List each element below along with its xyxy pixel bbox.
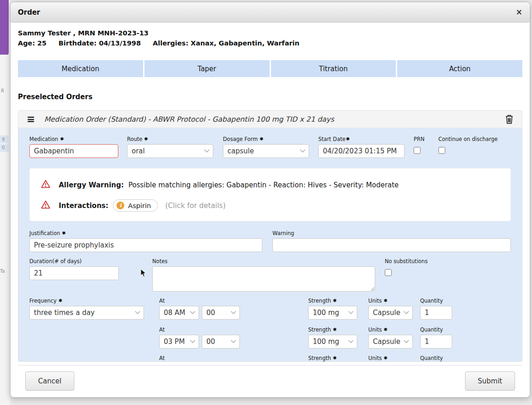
chevron-down-icon xyxy=(204,147,209,152)
patient-age: Age: 25 xyxy=(18,38,46,48)
patient-name-mrn: Sammy Tester , MRN MNH-2023-13 xyxy=(18,28,522,38)
at-minute-select[interactable]: 00 xyxy=(202,306,240,320)
delete-order-icon[interactable] xyxy=(505,114,514,124)
chevron-down-icon xyxy=(300,147,305,152)
chevron-down-icon xyxy=(190,338,195,343)
background-purple-panel xyxy=(0,0,9,55)
frequency-label: Frequency✱ xyxy=(29,297,144,304)
order-type-tabs: Medication Taper Titration Action xyxy=(18,60,522,77)
duration-input[interactable] xyxy=(29,266,119,280)
order-dialog: Order × Sammy Tester , MRN MNH-2023-13 A… xyxy=(10,2,530,398)
continue-on-discharge-label: Continue on discharge xyxy=(438,135,511,143)
warnings-panel: Allergy Warning: Possible matching aller… xyxy=(29,168,511,221)
justification-label: Justification✱ xyxy=(29,230,262,237)
strength-label: Strength✱ xyxy=(308,297,357,304)
allergy-warning-text: Possible matching allergies: Gabapentin … xyxy=(128,181,399,189)
justification-row: Justification✱ Warning xyxy=(29,230,511,252)
strength-label: Strength✱ xyxy=(308,326,357,333)
order-form: Medication✱ Route✱ oral Dosage Form✱ cap… xyxy=(18,128,522,361)
continue-on-discharge-checkbox[interactable] xyxy=(438,147,445,154)
at-label: At xyxy=(159,326,240,333)
justification-input[interactable] xyxy=(29,238,262,252)
quantity-label: Quantity xyxy=(420,326,452,333)
chevron-down-icon xyxy=(135,309,140,314)
units-label: Units✱ xyxy=(368,326,413,333)
close-icon[interactable]: × xyxy=(516,8,522,16)
dosage-form-label: Dosage Form✱ xyxy=(223,135,309,143)
at-label: At xyxy=(159,354,240,361)
schedule-row: At Strength✱ Units✱ xyxy=(29,354,511,361)
interactions-label: Interactions: xyxy=(59,202,108,210)
units-select[interactable]: Capsule xyxy=(368,335,413,349)
chevron-down-icon xyxy=(231,338,236,343)
interaction-drug-name: Aspirin xyxy=(128,202,151,209)
frequency-select[interactable]: three times a day xyxy=(29,306,144,320)
warning-triangle-icon xyxy=(41,180,50,190)
no-substitutions-label: No substitutions xyxy=(385,258,427,265)
strength-label: Strength✱ xyxy=(308,354,357,361)
submit-button[interactable]: Submit xyxy=(465,371,515,391)
chevron-down-icon xyxy=(404,338,409,343)
chevron-down-icon xyxy=(404,309,409,314)
primary-fields-row: Medication✱ Route✱ oral Dosage Form✱ cap… xyxy=(29,135,511,158)
quantity-label: Quantity xyxy=(420,297,452,304)
strength-select[interactable]: 100 mg xyxy=(308,306,357,320)
strength-select[interactable]: 100 mg xyxy=(308,335,357,349)
dialog-titlebar: Order × xyxy=(11,2,530,22)
warning-triangle-icon xyxy=(41,200,50,211)
at-label: At xyxy=(159,297,240,304)
order-card-header: ≡ Medication Order (Standard) - ABWR Pro… xyxy=(18,111,522,128)
at-minute-select[interactable]: 00 xyxy=(202,335,240,349)
schedule-row: Frequency✱ three times a day At 08 AM 00… xyxy=(29,297,511,320)
route-select[interactable]: oral xyxy=(127,144,213,158)
info-icon: i xyxy=(116,202,124,209)
interaction-drug-button[interactable]: i Aspirin xyxy=(113,199,158,212)
dosage-form-select[interactable]: capsule xyxy=(223,144,309,158)
duration-label: Duration(# of days) xyxy=(29,258,119,265)
start-date-input[interactable] xyxy=(318,144,405,158)
units-label: Units✱ xyxy=(368,354,413,361)
drag-handle-icon[interactable]: ≡ xyxy=(27,114,35,124)
at-hour-select[interactable]: 03 PM xyxy=(159,335,199,349)
tab-taper[interactable]: Taper xyxy=(144,60,270,77)
no-substitutions-checkbox[interactable] xyxy=(385,269,392,276)
tab-medication[interactable]: Medication xyxy=(18,60,143,77)
quantity-input[interactable] xyxy=(420,335,452,349)
allergy-warning-row: Allergy Warning: Possible matching aller… xyxy=(41,180,499,190)
order-card-title: Medication Order (Standard) - ABWR Proto… xyxy=(44,115,334,124)
tab-titration[interactable]: Titration xyxy=(271,60,396,77)
medication-input[interactable] xyxy=(29,144,118,158)
at-hour-select[interactable]: 08 AM xyxy=(159,306,199,320)
background-text-fragment: 9 xyxy=(2,137,5,142)
prn-checkbox[interactable] xyxy=(414,147,421,154)
duration-row: Duration(# of days) Notes No substitutio… xyxy=(29,258,511,292)
route-label: Route✱ xyxy=(127,135,213,143)
background-text-fragment: 0 xyxy=(2,145,5,150)
quantity-label: Quantity xyxy=(420,354,452,361)
patient-demographics: Age: 25 Birthdate: 04/13/1998 Allergies:… xyxy=(18,38,522,48)
allergy-warning-label: Allergy Warning: xyxy=(59,181,124,189)
quantity-input[interactable] xyxy=(420,306,452,320)
chevron-down-icon xyxy=(190,309,195,314)
notes-label: Notes xyxy=(152,258,375,265)
tab-action[interactable]: Action xyxy=(397,60,522,77)
interactions-hint: (Click for details) xyxy=(165,202,226,210)
schedule-row: At 03 PM 00 Strength✱ 100 mg Units✱ Caps… xyxy=(29,326,511,349)
notes-textarea[interactable] xyxy=(152,266,375,292)
interactions-row: Interactions: i Aspirin (Click for detai… xyxy=(41,199,499,212)
medication-label: Medication✱ xyxy=(29,135,118,143)
preselected-orders-heading: Preselected Orders xyxy=(18,93,522,101)
background-text-fragment: R xyxy=(1,88,4,93)
chevron-down-icon xyxy=(231,309,236,314)
background-page: R 9 0 Ta xyxy=(0,0,10,405)
units-select[interactable]: Capsule xyxy=(368,306,413,320)
background-text-fragment: Ta xyxy=(0,269,5,274)
cancel-button[interactable]: Cancel xyxy=(25,371,74,391)
dialog-title: Order xyxy=(18,8,40,17)
patient-birthdate: Birthdate: 04/13/1998 xyxy=(58,38,141,48)
prn-label: PRN xyxy=(414,135,431,143)
dialog-body: Sammy Tester , MRN MNH-2023-13 Age: 25 B… xyxy=(11,22,530,397)
chevron-down-icon xyxy=(348,338,353,343)
warning-field-label: Warning xyxy=(272,230,511,237)
warning-input[interactable] xyxy=(272,238,511,252)
